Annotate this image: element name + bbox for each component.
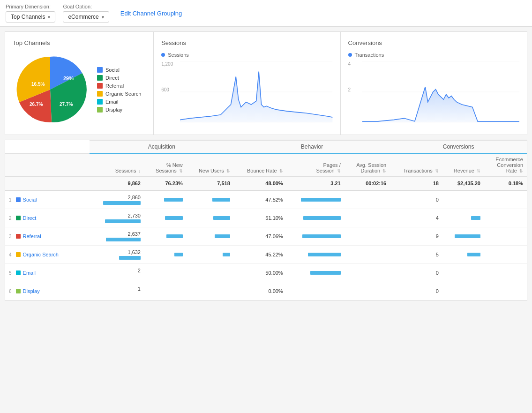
legend-social: Social [97,67,141,73]
th-new-users[interactable]: New Users ⇅ [187,153,234,177]
th-pct-new[interactable]: % NewSessions ⇅ [144,153,187,177]
new-users-cell-2 [187,209,234,227]
new-users-cell-4 [187,246,234,264]
revenue-cell-1 [442,190,484,209]
new-users-cell-6 [187,282,234,300]
table-row: 5 Email 2 50.00%0 [5,264,527,282]
legend-referral: Referral [97,83,141,89]
svg-text:27.7%: 27.7% [60,102,73,107]
goal-option-group: Goal Option: eCommerce [63,4,109,23]
pages-cell-6 [287,282,345,300]
group-header-row: Acquisition Behavior Conversions [5,141,527,154]
conversions-chart-panel: Conversions Transactions 4 2 [341,32,527,135]
totals-revenue: $2,435.20 [442,177,484,191]
conversions-legend-label: Transactions [355,52,384,58]
channel-cell-2[interactable]: 2 Direct [5,209,90,227]
channel-col-header [5,141,90,154]
channel-cell-5[interactable]: 5 Email [5,264,90,282]
revenue-cell-2 [442,209,484,227]
revenue-cell-4 [442,246,484,264]
pct-new-cell-1 [144,190,187,209]
svg-text:29%: 29% [63,75,74,81]
ecr-cell-5 [484,264,527,282]
channel-cell-4[interactable]: 4 Organic Search [5,246,90,264]
primary-dimension-group: Primary Dimension: Top Channels [6,4,55,23]
ecr-cell-4 [484,246,527,264]
channel-cell-1[interactable]: 1 Social [5,190,90,209]
totals-duration: 00:02:16 [345,177,390,191]
dimension-dropdown[interactable]: Top Channels [6,11,55,23]
th-bounce[interactable]: Bounce Rate ⇅ [234,153,287,177]
th-ecr[interactable]: EcommerceConversionRate ⇅ [484,153,527,177]
transactions-cell-1: 0 [390,190,442,209]
th-sessions[interactable]: Sessions ↓ [90,153,144,177]
channel-cell-3[interactable]: 3 Referral [5,227,90,246]
legend-organic-search: Organic Search [97,91,141,97]
behavior-group-header: Behavior [234,141,390,154]
sessions-cell-6: 1 [90,282,144,300]
toolbar: Primary Dimension: Top Channels Goal Opt… [0,0,532,27]
legend-dot-email [97,99,103,105]
totals-pct-new: 76.23% [144,177,187,191]
pages-cell-5 [287,264,345,282]
legend-display: Display [97,107,141,113]
duration-cell-4 [345,246,390,264]
revenue-cell-6 [442,282,484,300]
column-header-row: Sessions ↓ % NewSessions ⇅ New Users ⇅ B… [5,153,527,177]
conversions-y-mid: 2 [348,87,351,92]
legend-dot-social [97,67,103,73]
totals-label [5,177,90,191]
bounce-cell-3: 47.06% [234,227,287,246]
pages-cell-3 [287,227,345,246]
th-transactions[interactable]: Transactions ⇅ [390,153,442,177]
bounce-cell-4: 45.22% [234,246,287,264]
totals-sessions: 9,862 [90,177,144,191]
pct-new-cell-3 [144,227,187,246]
th-revenue[interactable]: Revenue ⇅ [442,153,484,177]
conversions-y-high: 4 [348,61,351,67]
ecr-cell-2 [484,209,527,227]
sessions-legend-dot [161,53,165,57]
goal-dropdown[interactable]: eCommerce [63,11,109,23]
table-row: 3 Referral 2,637 47.06%9 [5,227,527,246]
transactions-cell-4: 5 [390,246,442,264]
sessions-legend: Sessions [161,52,332,58]
table-row: 4 Organic Search 1,632 45.22%5 [5,246,527,264]
conversions-legend-dot [348,53,352,57]
revenue-cell-5 [442,264,484,282]
pct-new-cell-4 [144,246,187,264]
legend-dot-display [97,107,103,113]
duration-cell-2 [345,209,390,227]
new-users-cell-3 [187,227,234,246]
sessions-line-chart [180,61,332,122]
ecr-cell-3 [484,227,527,246]
sessions-cell-2: 2,730 [90,209,144,227]
channel-cell-6[interactable]: 6 Display [5,282,90,300]
bounce-cell-2: 51.10% [234,209,287,227]
th-pages[interactable]: Pages /Session ⇅ [287,153,345,177]
edit-channel-grouping-link[interactable]: Edit Channel Grouping [120,10,182,17]
legend-dot-referral [97,83,103,89]
pie-legend: Social Direct Referral Organic Search Em… [97,67,141,113]
table-body: 9,862 76.23% 7,518 48.00% 3.21 00:02:16 … [5,177,527,300]
table-row: 1 Social 2,860 47.52%0 [5,190,527,209]
totals-pages: 3.21 [287,177,345,191]
totals-ecr: 0.18% [484,177,527,191]
svg-text:16.5%: 16.5% [31,82,45,87]
th-duration[interactable]: Avg. SessionDuration ⇅ [345,153,390,177]
totals-new-users: 7,518 [187,177,234,191]
legend-direct: Direct [97,75,141,81]
pages-cell-2 [287,209,345,227]
pages-cell-4 [287,246,345,264]
sessions-y-high: 1,200 [161,61,173,67]
totals-row: 9,862 76.23% 7,518 48.00% 3.21 00:02:16 … [5,177,527,191]
legend-email: Email [97,99,141,105]
sessions-chart-wrapper: 1,200 600 [161,61,332,122]
duration-cell-5 [345,264,390,282]
bounce-cell-1: 47.52% [234,190,287,209]
pages-cell-1 [287,190,345,209]
conversions-title: Conversions [348,39,519,46]
th-channel [5,153,90,177]
sessions-cell-4: 1,632 [90,246,144,264]
sessions-cell-3: 2,637 [90,227,144,246]
